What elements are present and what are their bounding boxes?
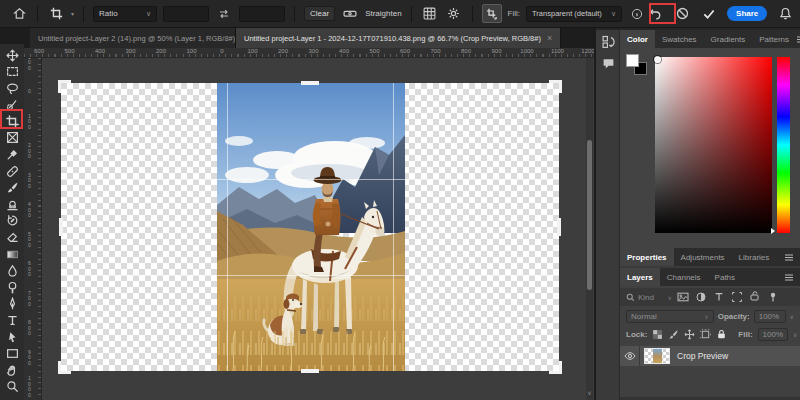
crop-handle-top-right[interactable] <box>549 80 562 93</box>
tool-dodge[interactable] <box>4 280 20 294</box>
crop-handle-right[interactable] <box>557 218 561 236</box>
tool-frame[interactable] <box>4 131 20 145</box>
lock-all-icon[interactable] <box>716 327 727 341</box>
tool-eraser[interactable] <box>4 231 20 245</box>
tool-quick-select[interactable] <box>4 98 20 112</box>
comments-icon[interactable] <box>596 52 620 74</box>
color-picker-indicator[interactable] <box>654 56 661 63</box>
crop-handle-bottom-left[interactable] <box>58 361 71 374</box>
lock-pixels-icon[interactable] <box>668 327 679 341</box>
tab-paths[interactable]: Paths <box>708 268 742 286</box>
layer-filter-kind-select[interactable]: Kind ∨ <box>626 293 672 302</box>
chevron-down-icon[interactable]: ∨ <box>793 331 797 338</box>
layer-thumbnail[interactable] <box>644 348 670 364</box>
tool-type[interactable] <box>4 314 20 328</box>
tool-shape[interactable] <box>4 347 20 361</box>
tool-pen[interactable] <box>4 297 20 311</box>
close-icon[interactable]: × <box>547 33 552 43</box>
tool-crop[interactable] <box>4 114 20 128</box>
tool-history-brush[interactable] <box>4 214 20 228</box>
chevron-down-icon[interactable]: ▾ <box>71 10 74 17</box>
undo-icon[interactable] <box>646 5 664 23</box>
cancel-icon[interactable] <box>673 5 691 23</box>
tool-marquee[interactable] <box>4 65 20 79</box>
panel-menu-icon[interactable] <box>784 268 800 286</box>
filter-smartobject-icon[interactable] <box>748 290 762 304</box>
foreground-color-swatch[interactable] <box>626 54 639 67</box>
tab-properties[interactable]: Properties <box>620 248 674 266</box>
filter-pixel-icon[interactable] <box>676 290 690 304</box>
foreground-background-swatches[interactable] <box>626 54 648 76</box>
filter-toggle-icon[interactable] <box>766 290 780 304</box>
tab-adjustments[interactable]: Adjustments <box>674 248 732 266</box>
tab-swatches[interactable]: Swatches <box>655 30 704 48</box>
blend-mode-select[interactable]: Normal ∨ <box>626 310 714 323</box>
tool-clone-stamp[interactable] <box>4 197 20 211</box>
crop-width-input[interactable] <box>163 6 209 22</box>
info-icon[interactable] <box>628 5 646 23</box>
crop-handle-bottom-right[interactable] <box>549 361 562 374</box>
clear-button[interactable]: Clear <box>304 6 335 21</box>
chevron-down-icon[interactable]: ∨ <box>790 313 794 320</box>
fill-field[interactable]: 100% <box>758 328 788 341</box>
filter-type-icon[interactable] <box>712 290 726 304</box>
ratio-select[interactable]: Ratio ∨ <box>93 6 157 22</box>
filter-shape-icon[interactable] <box>730 290 744 304</box>
version-history-icon[interactable] <box>596 30 620 52</box>
swap-dimensions-icon[interactable] <box>215 5 233 23</box>
fill-select[interactable]: Transparent (default) ∨ <box>526 6 622 22</box>
tool-gradient[interactable] <box>4 247 20 261</box>
gear-icon[interactable] <box>445 5 463 23</box>
tool-brush[interactable] <box>4 181 20 195</box>
tool-move[interactable] <box>4 48 20 62</box>
hue-slider[interactable] <box>777 57 790 233</box>
rotate-crop-button[interactable] <box>482 4 502 23</box>
tab-color[interactable]: Color <box>620 30 655 48</box>
lock-position-icon[interactable] <box>684 327 695 341</box>
tool-lasso[interactable] <box>4 81 20 95</box>
crop-bounding-box[interactable] <box>61 83 559 371</box>
tool-healing-brush[interactable] <box>4 164 20 178</box>
document-tab-active[interactable]: Untitled project-Layer 1 - 2024-12-17T07… <box>236 28 561 48</box>
filter-adjustment-icon[interactable] <box>694 290 708 304</box>
tab-patterns[interactable]: Patterns <box>752 30 796 48</box>
tool-eyedropper[interactable] <box>4 148 20 162</box>
saturation-brightness-picker[interactable] <box>655 57 772 233</box>
canvas-area[interactable]: ∨ <box>42 58 594 400</box>
straighten-button[interactable]: Straighten <box>365 9 401 18</box>
commit-check-icon[interactable] <box>700 5 718 23</box>
home-icon[interactable] <box>10 5 28 23</box>
tool-zoom[interactable] <box>4 380 20 394</box>
tool-blur[interactable] <box>4 264 20 278</box>
crop-height-input[interactable] <box>239 6 285 22</box>
opacity-field[interactable]: 100% <box>754 310 786 323</box>
crop-handle-bottom[interactable] <box>301 369 319 373</box>
scrollbar-thumb[interactable] <box>587 140 592 290</box>
tool-hand[interactable] <box>4 363 20 377</box>
bell-icon[interactable] <box>776 5 794 23</box>
document-tab-inactive[interactable]: Untitled project-Layer 2 (14).png @ 50% … <box>30 28 236 48</box>
tab-libraries[interactable]: Libraries <box>732 248 777 266</box>
crop-handle-top[interactable] <box>301 81 319 85</box>
hue-slider-indicator[interactable] <box>771 228 775 234</box>
tab-gradients[interactable]: Gradients <box>704 30 753 48</box>
level-icon[interactable] <box>341 5 359 23</box>
panel-menu-icon[interactable] <box>796 30 800 48</box>
canvas-vertical-scrollbar[interactable]: ∨ <box>586 58 593 400</box>
crop-tool-icon[interactable] <box>47 5 65 23</box>
eye-icon <box>624 351 636 361</box>
crop-handle-top-left[interactable] <box>58 80 71 93</box>
panel-menu-icon[interactable] <box>784 248 800 266</box>
tab-layers[interactable]: Layers <box>620 268 660 286</box>
tool-path-select[interactable] <box>4 330 20 344</box>
scrollbar-down-arrow[interactable]: ∨ <box>586 389 593 396</box>
layer-name: Crop Preview <box>677 351 728 361</box>
overlay-grid-icon[interactable] <box>421 5 439 23</box>
lock-artboard-icon[interactable] <box>700 327 711 341</box>
layer-visibility-toggle[interactable] <box>620 346 640 366</box>
tab-channels[interactable]: Channels <box>660 268 708 286</box>
crop-handle-left[interactable] <box>59 218 63 236</box>
layer-row-selected[interactable]: Crop Preview <box>620 346 800 366</box>
lock-transparency-icon[interactable] <box>652 327 663 341</box>
share-button[interactable]: Share <box>727 6 767 21</box>
